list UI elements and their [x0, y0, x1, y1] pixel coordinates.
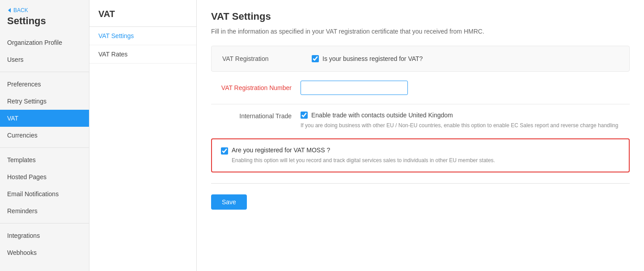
sidebar-item-integrations[interactable]: Integrations — [0, 227, 89, 244]
vat-moss-description: Enabling this option will let you record… — [232, 156, 495, 164]
international-trade-control: Enable trade with contacts outside Unite… — [301, 112, 630, 129]
sidebar-item-currencies[interactable]: Currencies — [0, 127, 89, 144]
sidebar-item-webhooks[interactable]: Webhooks — [0, 244, 89, 261]
vat-registration-label: VAT Registration — [222, 55, 312, 62]
sidebar-divider-1 — [0, 72, 89, 72]
sidebar-item-hosted-pages[interactable]: Hosted Pages — [0, 168, 89, 185]
sidebar-item-templates[interactable]: Templates — [0, 151, 89, 168]
vat-registration-control: Is your business registered for VAT? — [312, 55, 619, 62]
international-trade-checkbox-row: Enable trade with contacts outside Unite… — [301, 112, 453, 119]
vat-number-control — [301, 81, 630, 95]
vat-number-row: VAT Registration Number — [211, 81, 630, 95]
chevron-left-icon — [8, 8, 11, 13]
sidebar-item-reminders[interactable]: Reminders — [0, 202, 89, 219]
vat-registration-row: VAT Registration Is your business regist… — [222, 55, 619, 62]
back-link[interactable]: BACK — [7, 7, 82, 13]
sidebar-item-email-notifications[interactable]: Email Notifications — [0, 185, 89, 202]
sidebar-divider-2 — [0, 147, 89, 148]
vat-registration-section: VAT Registration Is your business regist… — [211, 46, 630, 72]
vat-details-section: VAT Registration Number International Tr… — [211, 81, 630, 138]
vat-moss-checkbox[interactable] — [221, 147, 228, 155]
sidebar-item-preferences[interactable]: Preferences — [0, 76, 89, 93]
international-trade-checkbox[interactable] — [301, 112, 308, 119]
sidebar-item-retry-settings[interactable]: Retry Settings — [0, 93, 89, 110]
vat-registration-checkbox[interactable] — [312, 55, 319, 62]
vat-number-label: VAT Registration Number — [211, 84, 301, 91]
international-trade-label: International Trade — [211, 112, 301, 120]
sidebar-header: BACK Settings — [0, 0, 89, 30]
sidebar-item-vat[interactable]: VAT — [0, 110, 89, 127]
vat-moss-section: Are you registered for VAT MOSS ? Enabli… — [211, 138, 630, 172]
sidebar-divider-3 — [0, 223, 89, 224]
sidebar-item-organization-profile[interactable]: Organization Profile — [0, 34, 89, 51]
international-trade-checkbox-label: Enable trade with contacts outside Unite… — [311, 112, 453, 119]
vat-number-input[interactable] — [301, 81, 408, 95]
sub-sidebar-title: VAT — [89, 0, 196, 27]
save-button[interactable]: Save — [211, 194, 247, 210]
sub-nav-vat-rates[interactable]: VAT Rates — [89, 45, 196, 64]
back-label: BACK — [13, 7, 28, 13]
international-trade-row: International Trade Enable trade with co… — [211, 104, 630, 129]
sub-sidebar: VAT VAT Settings VAT Rates — [89, 0, 197, 271]
main-content: VAT Settings Fill in the information as … — [197, 0, 644, 271]
section-divider — [211, 183, 630, 184]
sidebar-item-users[interactable]: Users — [0, 51, 89, 68]
vat-registration-checkbox-label: Is your business registered for VAT? — [322, 55, 423, 62]
page-description: Fill in the information as specified in … — [211, 28, 630, 35]
sidebar-nav: Organization Profile Users Preferences R… — [0, 34, 89, 271]
sidebar-title: Settings — [7, 15, 82, 27]
sub-nav-vat-settings[interactable]: VAT Settings — [89, 27, 196, 45]
vat-moss-content: Are you registered for VAT MOSS ? Enabli… — [232, 146, 495, 164]
vat-moss-row: Are you registered for VAT MOSS ? Enabli… — [221, 146, 620, 164]
sidebar: BACK Settings Organization Profile Users… — [0, 0, 89, 271]
page-title: VAT Settings — [211, 11, 630, 22]
vat-moss-title: Are you registered for VAT MOSS ? — [232, 146, 495, 154]
international-trade-description: If you are doing business with other EU … — [301, 121, 618, 129]
